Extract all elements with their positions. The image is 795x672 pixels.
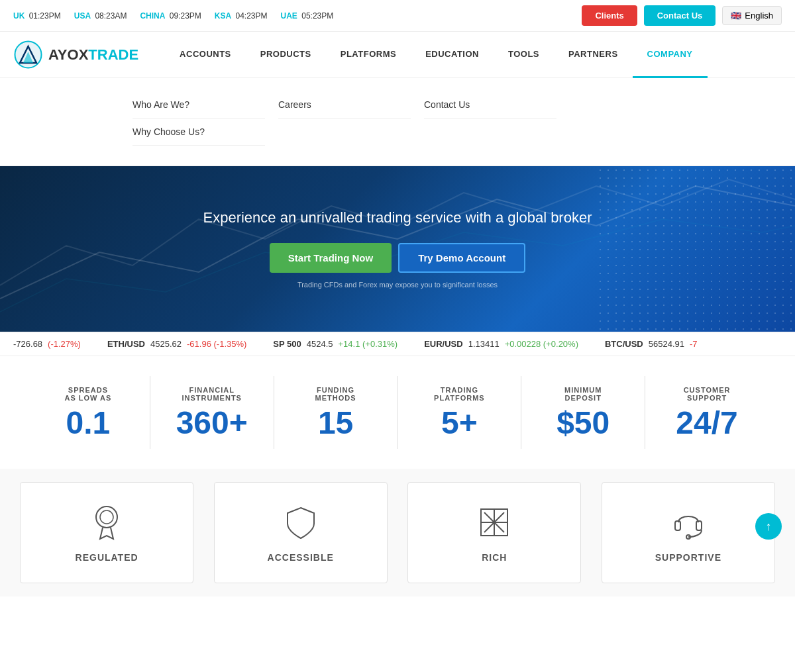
stat-spreads-value: 0.1 [66,407,111,439]
country-usa: USA [74,11,91,21]
ticker-eth-usd-name: ETH/USD [107,339,145,349]
stat-customer-label-top: CUSTOMER [684,386,731,394]
nav-company[interactable]: COMPANY [633,32,708,78]
time-china-value: 09:23PM [170,11,201,21]
try-demo-button[interactable]: Try Demo Account [398,243,525,273]
ticker-btc-usd-change: -7 [690,339,698,349]
accessible-label: ACCESSIBLE [268,552,334,563]
ticker-sp500-change: +14.1 (+0.31%) [339,339,398,349]
stat-funding-label-bottom: METHODS [315,394,356,402]
rich-label: RICH [482,552,507,563]
stat-financial-label-top: FINANCIAL [189,386,235,394]
hero-disclaimer: Trading CFDs and Forex may expose you to… [297,281,498,289]
stat-funding: FUNDING METHODS 15 [274,376,398,449]
nav-partners[interactable]: PARTNERS [554,32,633,78]
shield-icon [281,503,321,542]
dropdown-col-2: Careers [278,91,424,146]
country-uk: UK [13,11,25,21]
top-bar: UK 01:23PM USA 08:23AM CHINA 09:23PM KSA… [0,0,795,32]
time-uae: UAE 05:23PM [281,11,334,21]
feature-regulated: REGULATED [20,482,193,583]
nav-links: ACCOUNTS PRODUCTS PLATFORMS EDUCATION TO… [165,32,707,78]
stat-minimum: MINIMUM DEPOSIT $50 [521,376,645,449]
svg-rect-10 [675,521,680,530]
country-ksa: KSA [215,11,231,21]
stat-minimum-label-bottom: DEPOSIT [565,394,602,402]
language-button[interactable]: 🇬🇧 English [722,6,782,25]
stat-customer-label-bottom: SUPPORT [687,394,727,402]
stat-funding-label-top: FUNDING [317,386,354,394]
dropdown-careers[interactable]: Careers [278,91,411,119]
stat-spreads: SPREADS AS LOW AS 0.1 [26,376,150,449]
medal-icon [87,503,127,542]
time-uk-value: 01:23PM [29,11,61,21]
dropdown-who-are-we[interactable]: Who Are We? [132,91,265,119]
dropdown-col-3: Contact Us [424,91,570,146]
clients-button[interactable]: Clients [582,5,637,26]
stat-financial-label-bottom: INSTRUMENTS [182,394,242,402]
stat-customer-value: 24/7 [676,407,737,439]
nav-platforms[interactable]: PLATFORMS [326,32,411,78]
time-ksa-value: 04:23PM [236,11,268,21]
stat-trading-label-bottom: PLATFORMS [434,394,485,402]
arrow-up-icon: ↑ [766,520,772,534]
dropdown-col-1: Who Are We? Why Choose Us? [132,91,278,146]
hero-dot-pattern [596,166,795,332]
stat-spreads-label-bottom: AS LOW AS [64,394,111,402]
nav-education[interactable]: EDUCATION [411,32,494,78]
ticker-sp500-price: 4524.5 [307,339,333,349]
feature-cards: REGULATED ACCESSIBLE RICH [0,469,795,597]
ticker-bar: -726.68 (-1.27%) ETH/USD 4525.62 -61.96 … [0,332,795,356]
logo[interactable]: AYOXTRADE [13,40,138,70]
time-uae-value: 05:23PM [301,11,333,21]
stat-financial: FINANCIAL INSTRUMENTS 360+ [150,376,274,449]
svg-point-4 [100,510,113,524]
ticker-eth-usd-change: -61.96 (-1.35%) [187,339,246,349]
hero-buttons: Start Trading Now Try Demo Account [270,243,525,273]
logo-ayox: AYOX [48,46,88,63]
ticker-sp500-name: SP 500 [273,339,301,349]
logo-icon [13,40,43,70]
language-label: English [745,11,773,21]
ticker-btc-usd: BTC/USD 56524.91 -7 [605,339,698,349]
ticker-eth-usd: ETH/USD 4525.62 -61.96 (-1.35%) [107,339,246,349]
flag-icon: 🇬🇧 [731,11,741,21]
top-bar-actions: Clients Contact Us 🇬🇧 English [582,5,782,26]
time-ksa: KSA 04:23PM [215,11,268,21]
dropdown-contact-us[interactable]: Contact Us [424,91,556,119]
ticker-eur-usd-change: +0.00228 (+0.20%) [505,339,578,349]
stat-minimum-label-top: MINIMUM [564,386,602,394]
contact-us-button[interactable]: Contact Us [644,5,716,26]
ticker-btc-usd-name: BTC/USD [605,339,643,349]
nav-products[interactable]: PRODUCTS [246,32,326,78]
svg-rect-11 [696,521,702,530]
start-trading-button[interactable]: Start Trading Now [270,243,392,273]
svg-point-3 [96,506,117,528]
stats-bar: SPREADS AS LOW AS 0.1 FINANCIAL INSTRUME… [0,356,795,469]
time-china: CHINA 09:23PM [140,11,201,21]
logo-text: AYOXTRADE [48,46,138,64]
feature-accessible: ACCESSIBLE [214,482,388,583]
ticker-eur-usd-price: 1.13411 [468,339,500,349]
grid-icon [474,503,514,542]
stat-spreads-label-top: SPREADS [68,386,108,394]
dropdown-menu: Who Are We? Why Choose Us? Careers Conta… [0,78,795,166]
time-usa: USA 08:23AM [74,11,127,21]
stat-funding-value: 15 [318,407,353,439]
scroll-up-button[interactable]: ↑ [755,513,782,540]
hero-title: Experience an unrivalled trading service… [203,209,592,226]
supportive-label: SUPPORTIVE [655,552,721,563]
ticker-prefix: -726.68 (-1.27%) [13,339,81,349]
ticker-btc-usd-price: 56524.91 [649,339,684,349]
nav-accounts[interactable]: ACCOUNTS [165,32,246,78]
ticker-prefix-price: -726.68 [13,339,42,349]
time-usa-value: 08:23AM [95,11,127,21]
time-uk: UK 01:23PM [13,11,61,21]
country-uae: UAE [281,11,297,21]
logo-trade: TRADE [88,46,138,63]
feature-rich: RICH [407,482,581,583]
dropdown-why-choose-us[interactable]: Why Choose Us? [132,119,265,146]
time-zones: UK 01:23PM USA 08:23AM CHINA 09:23PM KSA… [13,11,333,21]
nav-tools[interactable]: TOOLS [494,32,554,78]
feature-supportive: SUPPORTIVE [602,482,775,583]
